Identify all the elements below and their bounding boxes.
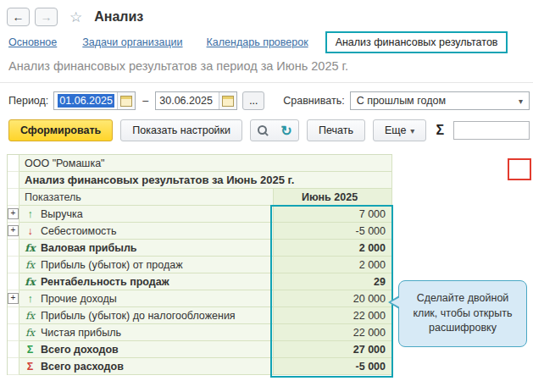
period-to-input[interactable]: 30.06.2025 [155, 91, 237, 110]
favorite-star-icon[interactable]: ☆ [69, 8, 82, 26]
compare-value: С прошлым годом [357, 95, 446, 107]
page-title: Анализ [94, 9, 143, 25]
row-label-text: Всего расходов [41, 361, 124, 373]
search-refresh-group: ↻ [250, 119, 299, 141]
fx-icon: fx [23, 259, 37, 271]
row-margin-cell: + [8, 290, 19, 307]
fx-icon: fx [23, 327, 37, 339]
table-row-value[interactable]: 2 000 [274, 240, 392, 257]
nav-link-main[interactable]: Основное [8, 36, 57, 48]
nav-link-org-tasks[interactable]: Задачи организации [82, 36, 182, 48]
compare-select[interactable]: С прошлым годом ▾ [350, 91, 530, 110]
row-margin-cell [8, 240, 19, 257]
report-subtitle: Анализ финансовых результатов за период … [8, 59, 348, 73]
calendar-icon[interactable] [219, 92, 236, 109]
show-settings-button[interactable]: Показать настройки [120, 119, 242, 141]
print-button[interactable]: Печать [307, 119, 365, 141]
row-label-text: Рентабельность продаж [41, 276, 169, 288]
expand-button[interactable]: + [8, 293, 19, 304]
row-margin-cell [8, 189, 19, 206]
table-row-value[interactable]: 22 000 [274, 307, 392, 324]
table-row-value[interactable]: -5 000 [274, 223, 392, 240]
financial-analysis-page: ← → ☆ Анализ Основное Задачи организации… [0, 0, 533, 392]
forward-button[interactable]: → [35, 8, 58, 26]
row-label-text: Всего доходов [41, 344, 119, 356]
autosum-field[interactable] [453, 121, 530, 140]
table-row-value[interactable]: 7 000 [274, 206, 392, 223]
row-margin-cell [8, 172, 19, 189]
compare-label: Сравнивать: [283, 95, 344, 107]
arrow-up-icon: ↑ [23, 293, 37, 305]
table-row-label[interactable]: fxРентабельность продаж [19, 273, 274, 290]
chevron-down-icon: ▾ [410, 126, 414, 135]
expand-button[interactable]: + [8, 208, 19, 219]
fx-icon: fx [23, 242, 37, 254]
table-row-value[interactable]: 27 000 [274, 341, 392, 358]
date-to-value: 30.06.2025 [156, 92, 219, 109]
more-label: Еще [385, 124, 406, 136]
table-row-label[interactable]: fxПрибыль (убыток) до налогообложения [19, 307, 274, 324]
table-row-label[interactable]: ↓Себестоимость [19, 223, 274, 240]
period-row: Период: 01.06.2025 – 30.06.2025 ... Срав… [8, 90, 530, 112]
sigma-green-icon: Σ [23, 344, 37, 356]
sigma-red-icon: Σ [23, 361, 37, 373]
date-range-dash: – [141, 95, 150, 107]
table-row-value[interactable]: 2 000 [274, 257, 392, 273]
row-margin-cell: + [8, 223, 19, 240]
window-header: ← → ☆ Анализ [7, 7, 143, 27]
row-label-text: Себестоимость [41, 225, 117, 237]
table-row-label[interactable]: fxВаловая прибыль [19, 240, 274, 257]
arrow-down-icon: ↓ [23, 225, 37, 237]
arrow-up-icon: ↑ [23, 208, 37, 220]
column-header-indicator[interactable]: Показатель [19, 189, 274, 206]
table-row-label[interactable]: ↑Выручка [19, 206, 274, 223]
row-margin-cell [8, 155, 19, 172]
table-row-label[interactable]: ΣВсего расходов [19, 358, 274, 375]
row-margin-cell: + [8, 206, 19, 223]
nav-link-check-calendar[interactable]: Календарь проверок [207, 36, 308, 48]
table-row-value[interactable]: 29 [274, 273, 392, 290]
chevron-down-icon: ▾ [519, 97, 523, 106]
row-label-text: Прочие доходы [41, 293, 117, 305]
refresh-button[interactable]: ↻ [275, 120, 298, 141]
row-margin-cell [8, 273, 19, 290]
row-label-text: Выручка [41, 208, 83, 220]
search-icon [257, 124, 269, 136]
generate-button[interactable]: Сформировать [8, 119, 113, 141]
table-row-label[interactable]: fxПрибыль (убыток) от продаж [19, 257, 274, 273]
row-label-text: Чистая прибыль [41, 327, 121, 339]
calendar-icon[interactable] [117, 92, 135, 109]
red-highlight-box [508, 158, 531, 180]
fx-icon: fx [23, 276, 37, 288]
callout-text: Сделайте двойной клик, чтобы открыть рас… [413, 292, 512, 334]
period-more-button[interactable]: ... [242, 91, 264, 110]
row-label-text: Прибыль (убыток) до налогообложения [41, 310, 236, 322]
more-button[interactable]: Еще ▾ [373, 119, 426, 141]
table-row-label[interactable]: fxЧистая прибыль [19, 324, 274, 341]
row-margin-cell [8, 324, 19, 341]
back-button[interactable]: ← [7, 8, 30, 26]
report-toolbar: Сформировать Показать настройки ↻ Печать… [8, 119, 530, 142]
table-row-value[interactable]: -5 000 [274, 358, 392, 375]
nav-tab-financial-analysis[interactable]: Анализ финансовых результатов [325, 31, 508, 53]
period-from-input[interactable]: 01.06.2025 [53, 91, 136, 110]
row-label-text: Прибыль (убыток) от продаж [41, 259, 183, 271]
column-header-period[interactable]: Июнь 2025 [274, 189, 392, 206]
callout-tooltip: Сделайте двойной клик, чтобы открыть рас… [398, 280, 527, 347]
org-name[interactable]: ООО "Ромашка" [19, 155, 392, 172]
date-from-value: 01.06.2025 [58, 94, 114, 108]
table-row-label[interactable]: ↑Прочие доходы [19, 290, 274, 307]
search-button[interactable] [251, 120, 275, 141]
autosum-button[interactable]: Σ [434, 123, 446, 138]
report-title[interactable]: Анализ финансовых результатов за Июнь 20… [19, 172, 392, 189]
row-margin-cell [8, 341, 19, 358]
period-label: Период: [8, 95, 48, 107]
report-table: ООО "Ромашка" Анализ финансовых результа… [7, 154, 392, 375]
table-row-label[interactable]: ΣВсего доходов [19, 341, 274, 358]
row-margin-cell [8, 358, 19, 375]
refresh-icon: ↻ [280, 123, 291, 139]
table-row-value[interactable]: 20 000 [274, 290, 392, 307]
expand-button[interactable]: + [8, 225, 19, 236]
row-label-text: Валовая прибыль [41, 242, 137, 254]
table-row-value[interactable]: 22 000 [274, 324, 392, 341]
